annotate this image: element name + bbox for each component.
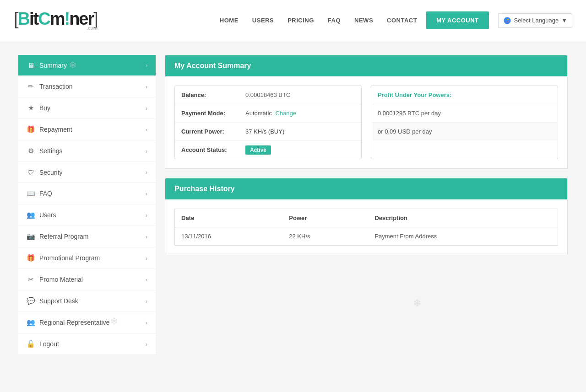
sidebar-item-transaction[interactable]: ✏ Transaction › <box>18 76 156 97</box>
sidebar-label-summary: Summary <box>39 62 67 69</box>
sidebar-item-buy[interactable]: ★ Buy › <box>18 97 156 119</box>
sidebar-item-repayment[interactable]: 🎁 Repayment › <box>18 119 156 140</box>
sidebar-item-regional[interactable]: 👥 Regional Representative › <box>18 312 156 333</box>
chevron-right-icon: › <box>146 212 147 219</box>
balance-label: Balance: <box>181 91 245 98</box>
status-badge: Active <box>245 145 271 155</box>
payment-mode-label: Payment Mode: <box>181 110 245 117</box>
account-summary-body: Balance: 0.00018463 BTC Payment Mode: Au… <box>165 76 567 168</box>
sidebar-item-promotional[interactable]: 🎁 Promotional Program › <box>18 247 156 269</box>
nav-faq[interactable]: FAQ <box>328 17 341 24</box>
chevron-right-icon: › <box>146 341 147 348</box>
nav-contact[interactable]: CONTACT <box>387 17 417 24</box>
col-header-date: Date <box>175 209 283 227</box>
chevron-right-icon: › <box>146 276 147 283</box>
my-account-button[interactable]: MY ACCOUNT <box>426 11 488 29</box>
account-status-value: Active <box>245 146 271 153</box>
purchase-history-header: Purchase History <box>165 178 567 199</box>
change-payment-button[interactable]: Change <box>275 110 296 117</box>
current-power-row: Current Power: 37 KH/s (BUY) <box>175 123 361 141</box>
chevron-right-icon: › <box>146 148 147 155</box>
table-row: 13/11/2016 22 KH/s Payment From Address <box>175 227 558 246</box>
balance-row: Balance: 0.00018463 BTC <box>175 86 361 104</box>
snowflake-2: ❄ <box>110 316 118 328</box>
col-header-description: Description <box>368 209 558 227</box>
chevron-right-icon: › <box>146 190 147 197</box>
google-translate-icon <box>503 16 511 25</box>
sidebar-item-users[interactable]: 👥 Users › <box>18 204 156 226</box>
sidebar-label-promotional: Promotional Program <box>39 254 100 262</box>
sidebar-label-repayment: Repayment <box>39 126 72 133</box>
profit-header: Profit Under Your Powers: <box>371 86 558 104</box>
sidebar-label-faq: FAQ <box>39 190 52 197</box>
account-summary-card: My Account Summary Balance: 0.00018463 B… <box>165 55 568 169</box>
chevron-right-icon: › <box>146 62 147 69</box>
sidebar-label-referral: Referral Program <box>39 233 88 240</box>
snowflake-1: ❄ <box>69 59 77 71</box>
table-header-row: Date Power Description <box>175 209 558 227</box>
gift-icon: 🎁 <box>27 125 35 134</box>
nav-pricing[interactable]: PRICING <box>288 17 314 24</box>
purchase-history-body: Date Power Description 13/11/2016 22 KH/… <box>165 199 567 255</box>
sidebar-label-buy: Buy <box>39 104 50 112</box>
regional-icon: 👥 <box>27 318 35 327</box>
users-icon: 👥 <box>27 211 35 219</box>
promotional-icon: 🎁 <box>27 254 35 262</box>
cell-power: 22 KH/s <box>282 227 368 246</box>
cell-date: 13/11/2016 <box>175 227 283 246</box>
profit-row-btc: 0.0001295 BTC per day <box>371 104 558 123</box>
current-power-label: Current Power: <box>181 128 245 135</box>
header: [BitCm!ner] .com HOME USERS PRICING FAQ … <box>0 0 586 41</box>
language-label: Select Language <box>514 17 559 24</box>
content-area: My Account Summary Balance: 0.00018463 B… <box>165 55 568 355</box>
gear-icon: ⚙ <box>27 147 35 155</box>
sidebar-item-security[interactable]: 🛡 Security › <box>18 162 156 183</box>
payment-mode-value: Automatic Change <box>245 110 296 117</box>
purchase-history-card: Purchase History Date Power Description … <box>165 178 568 255</box>
sidebar-item-faq[interactable]: 📖 FAQ › <box>18 183 156 204</box>
sidebar-label-logout: Logout <box>39 340 59 348</box>
sidebar-item-referral[interactable]: 📷 Referral Program › <box>18 226 156 247</box>
account-summary-header: My Account Summary <box>165 55 567 76</box>
summary-grid: Balance: 0.00018463 BTC Payment Mode: Au… <box>174 86 558 159</box>
snowflake-3: ❄ <box>413 297 421 309</box>
logout-icon: 🔓 <box>27 340 35 348</box>
logo-text: [BitCm!ner] <box>14 10 98 27</box>
account-status-row: Account Status: Active <box>175 141 361 159</box>
sidebar-label-security: Security <box>39 169 63 176</box>
sidebar: 🖥 Summary › ✏ Transaction › ★ Buy › 🎁 Re… <box>18 55 156 355</box>
summary-right: Profit Under Your Powers: 0.0001295 BTC … <box>371 86 558 159</box>
sidebar-label-promo-material: Promo Material <box>39 276 83 283</box>
nav-users[interactable]: USERS <box>252 17 274 24</box>
scissors-icon: ✂ <box>27 275 35 284</box>
current-power-value: 37 KH/s (BUY) <box>245 128 284 135</box>
chevron-right-icon: › <box>146 169 147 176</box>
star-icon: ★ <box>27 104 35 112</box>
sidebar-item-support[interactable]: 💬 Support Desk › <box>18 290 156 312</box>
sidebar-item-settings[interactable]: ⚙ Settings › <box>18 140 156 162</box>
logo-sub: .com <box>14 26 98 31</box>
main-wrapper: ❄ ❄ ❄ ❄ ❄ 🖥 Summary › ✏ Transaction › ★ … <box>9 41 577 369</box>
sidebar-label-settings: Settings <box>39 147 63 155</box>
sidebar-item-logout[interactable]: 🔓 Logout › <box>18 333 156 355</box>
col-header-power: Power <box>282 209 368 227</box>
summary-left: Balance: 0.00018463 BTC Payment Mode: Au… <box>174 86 362 159</box>
nav-home[interactable]: HOME <box>220 17 239 24</box>
sidebar-item-promo-material[interactable]: ✂ Promo Material › <box>18 269 156 290</box>
sidebar-item-summary[interactable]: 🖥 Summary › <box>18 55 156 76</box>
pencil-icon: ✏ <box>27 82 35 91</box>
account-status-label: Account Status: <box>181 146 245 153</box>
language-selector[interactable]: Select Language ▼ <box>498 13 572 28</box>
camera-icon: 📷 <box>27 232 35 241</box>
book-icon: 📖 <box>27 189 35 198</box>
sidebar-label-users: Users <box>39 211 56 219</box>
logo: [BitCm!ner] .com <box>14 10 98 31</box>
main-nav: HOME USERS PRICING FAQ NEWS CONTACT <box>220 17 417 24</box>
chevron-right-icon: › <box>146 233 147 240</box>
chevron-right-icon: › <box>146 319 147 326</box>
sidebar-label-regional: Regional Representative <box>39 319 109 326</box>
nav-news[interactable]: NEWS <box>354 17 373 24</box>
chevron-right-icon: › <box>146 126 147 133</box>
chevron-right-icon: › <box>146 255 147 262</box>
purchase-history-table: Date Power Description 13/11/2016 22 KH/… <box>174 209 558 246</box>
